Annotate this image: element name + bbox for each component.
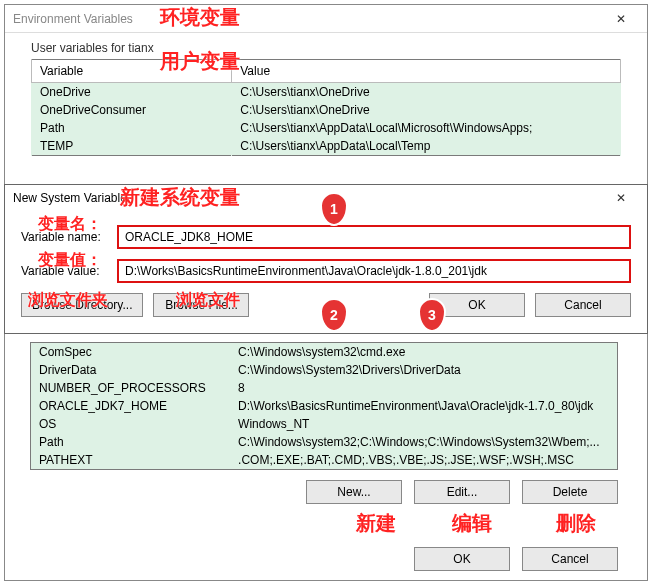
cell-val: C:\Users\tianx\OneDrive [232,101,621,119]
cell-val: 8 [230,379,617,397]
table-row[interactable]: PathC:\Windows\system32;C:\Windows;C:\Wi… [31,433,618,451]
cell-var: NUMBER_OF_PROCESSORS [31,379,231,397]
sys-vars-section: ComSpecC:\Windows\system32\cmd.exeDriver… [30,342,618,504]
table-row[interactable]: NUMBER_OF_PROCESSORS8 [31,379,618,397]
table-row[interactable]: OSWindows_NT [31,415,618,433]
cell-val: C:\Windows\system32\cmd.exe [230,343,617,362]
var-value-label: Variable value: [21,264,117,278]
sys-delete-button[interactable]: Delete [522,480,618,504]
cell-var: OS [31,415,231,433]
cell-val: Windows_NT [230,415,617,433]
cell-var: ORACLE_JDK7_HOME [31,397,231,415]
cell-val: C:\Users\tianx\AppData\Local\Temp [232,137,621,156]
cell-var: ComSpec [31,343,231,362]
sys-new-button[interactable]: New... [306,480,402,504]
col-value[interactable]: Value [232,60,621,83]
table-row[interactable]: PathC:\Users\tianx\AppData\Local\Microso… [32,119,621,137]
cell-val: C:\Users\tianx\OneDrive [232,83,621,102]
var-value-input[interactable] [117,259,631,283]
env-title: Environment Variables [13,12,603,26]
cell-val: D:\Works\BasicsRuntimeEnvironment\Java\O… [230,397,617,415]
sys-vars-table[interactable]: ComSpecC:\Windows\system32\cmd.exeDriver… [30,342,618,470]
var-name-label: Variable name: [21,230,117,244]
sys-edit-button[interactable]: Edit... [414,480,510,504]
var-name-input[interactable] [117,225,631,249]
dialog-buttons: OK Cancel [30,547,618,571]
table-row[interactable]: PATHEXT.COM;.EXE;.BAT;.CMD;.VBS;.VBE;.JS… [31,451,618,470]
close-icon[interactable]: ✕ [603,7,639,31]
close-icon[interactable]: ✕ [603,186,639,210]
table-row[interactable]: ORACLE_JDK7_HOMED:\Works\BasicsRuntimeEn… [31,397,618,415]
user-vars-table[interactable]: Variable Value OneDriveC:\Users\tianx\On… [31,59,621,156]
cell-val: C:\Users\tianx\AppData\Local\Microsoft\W… [232,119,621,137]
newvar-title: New System Variable [13,191,603,205]
env-titlebar: Environment Variables ✕ [5,5,647,33]
browse-dir-button[interactable]: Browse Directory... [21,293,143,317]
table-row[interactable]: DriverDataC:\Windows\System32\Drivers\Dr… [31,361,618,379]
col-variable[interactable]: Variable [32,60,232,83]
cell-var: TEMP [32,137,232,156]
table-row[interactable]: ComSpecC:\Windows\system32\cmd.exe [31,343,618,362]
cell-var: DriverData [31,361,231,379]
cancel-button[interactable]: Cancel [535,293,631,317]
table-row[interactable]: OneDriveC:\Users\tianx\OneDrive [32,83,621,102]
env-ok-button[interactable]: OK [414,547,510,571]
table-row[interactable]: TEMPC:\Users\tianx\AppData\Local\Temp [32,137,621,156]
user-vars-label: User variables for tianx [31,41,621,55]
cell-val: .COM;.EXE;.BAT;.CMD;.VBS;.VBE;.JS;.JSE;.… [230,451,617,470]
table-row[interactable]: OneDriveConsumerC:\Users\tianx\OneDrive [32,101,621,119]
ok-button[interactable]: OK [429,293,525,317]
browse-file-button[interactable]: Browse File... [153,293,249,317]
new-sysvar-window: New System Variable ✕ Variable name: Var… [4,184,648,334]
user-vars-section: User variables for tianx Variable Value … [5,33,647,164]
cell-var: OneDriveConsumer [32,101,232,119]
cell-val: C:\Windows\system32;C:\Windows;C:\Window… [230,433,617,451]
cell-var: PATHEXT [31,451,231,470]
cell-val: C:\Windows\System32\Drivers\DriverData [230,361,617,379]
cell-var: Path [32,119,232,137]
cell-var: OneDrive [32,83,232,102]
newvar-titlebar: New System Variable ✕ [5,185,647,211]
cell-var: Path [31,433,231,451]
env-cancel-button[interactable]: Cancel [522,547,618,571]
